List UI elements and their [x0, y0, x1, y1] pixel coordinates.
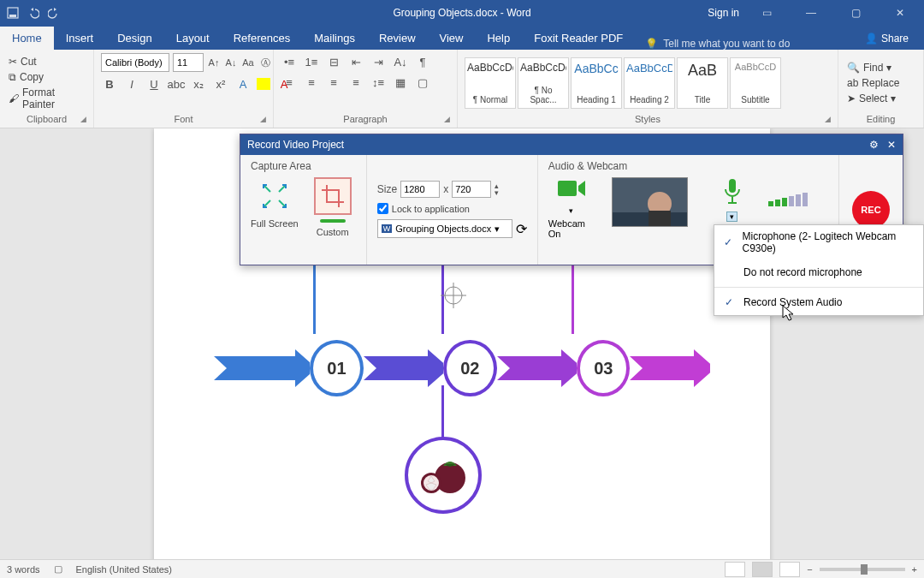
- share-button[interactable]: 👤 Share: [858, 27, 915, 50]
- grow-font-icon[interactable]: A↑: [207, 54, 221, 71]
- increase-indent-icon[interactable]: ⇥: [370, 53, 387, 70]
- find-button[interactable]: 🔍Find▾: [845, 61, 901, 74]
- spinner-icon[interactable]: ▴▾: [495, 182, 499, 196]
- close-icon[interactable]: ✕: [883, 0, 917, 26]
- borders-icon[interactable]: ▢: [414, 74, 431, 91]
- tab-review[interactable]: Review: [367, 27, 428, 50]
- tell-me-search[interactable]: 💡 Tell me what you want to do: [645, 38, 790, 50]
- zoom-slider[interactable]: [820, 568, 905, 571]
- font-launcher-icon[interactable]: ◢: [260, 115, 270, 125]
- maximize-icon[interactable]: ▢: [838, 0, 873, 26]
- sort-icon[interactable]: A↓: [392, 53, 409, 70]
- tab-help[interactable]: Help: [475, 27, 522, 50]
- app-select[interactable]: W Grouping Objects.docx ▾: [377, 219, 512, 238]
- cut-button[interactable]: ✂Cut: [7, 55, 86, 69]
- zoom-thumb[interactable]: [861, 564, 868, 575]
- tab-references[interactable]: References: [222, 27, 302, 50]
- redo-icon[interactable]: [48, 7, 60, 19]
- step-1: 01: [310, 340, 363, 396]
- numbering-icon[interactable]: 1≡: [303, 53, 320, 70]
- show-marks-icon[interactable]: ¶: [414, 53, 431, 70]
- spellcheck-icon[interactable]: ▢: [54, 563, 62, 575]
- align-center-icon[interactable]: ≡: [303, 74, 320, 91]
- clipboard-launcher-icon[interactable]: ◢: [80, 115, 91, 125]
- image-circle[interactable]: [405, 437, 482, 514]
- ribbon-options-icon[interactable]: ▭: [749, 0, 784, 26]
- custom-button[interactable]: Custom: [314, 177, 352, 237]
- web-layout-icon[interactable]: [779, 562, 800, 577]
- styles-launcher-icon[interactable]: ◢: [825, 115, 835, 125]
- justify-icon[interactable]: ≡: [347, 74, 364, 91]
- style-title[interactable]: AaBTitle: [677, 57, 728, 109]
- zoom-out-icon[interactable]: −: [807, 564, 812, 575]
- width-input[interactable]: [400, 181, 440, 198]
- minimize-icon[interactable]: —: [794, 0, 828, 26]
- italic-icon[interactable]: I: [123, 75, 140, 92]
- format-painter-button[interactable]: 🖌Format Painter: [7, 86, 86, 111]
- style-nospacing[interactable]: AaBbCcDc¶ No Spac...: [518, 57, 569, 109]
- superscript-icon[interactable]: x²: [212, 75, 229, 92]
- svg-rect-12: [558, 181, 577, 196]
- mic-option[interactable]: ✓ Microphone (2- Logitech Webcam C930e): [714, 225, 923, 259]
- subscript-icon[interactable]: x₂: [190, 75, 207, 92]
- line-spacing-icon[interactable]: ↕≡: [370, 74, 387, 91]
- close-icon[interactable]: ✕: [887, 139, 896, 151]
- record-button[interactable]: REC: [852, 191, 890, 229]
- microphone-icon[interactable]: [722, 177, 743, 208]
- undo-icon[interactable]: [27, 7, 39, 19]
- text-effects-icon[interactable]: A: [234, 75, 252, 92]
- webcam-icon[interactable]: [556, 177, 587, 203]
- bold-icon[interactable]: B: [101, 75, 118, 92]
- save-icon[interactable]: [7, 7, 19, 19]
- shrink-font-icon[interactable]: A↓: [224, 54, 238, 71]
- print-layout-icon[interactable]: [752, 562, 773, 577]
- word-count[interactable]: 3 words: [7, 564, 40, 575]
- tab-mailings[interactable]: Mailings: [302, 27, 367, 50]
- dialog-titlebar[interactable]: Record Video Project ⚙ ✕: [240, 134, 903, 155]
- tab-home[interactable]: Home: [0, 27, 54, 50]
- style-heading1[interactable]: AaBbCcHeading 1: [571, 57, 622, 109]
- style-subtitle[interactable]: AaBbCcDSubtitle: [730, 57, 781, 109]
- nomic-option[interactable]: Do not record microphone: [714, 259, 923, 285]
- highlight-icon[interactable]: [257, 78, 270, 90]
- tab-view[interactable]: View: [428, 27, 476, 50]
- lock-checkbox-input[interactable]: [377, 203, 388, 214]
- fullscreen-button[interactable]: Full Screen: [251, 177, 299, 229]
- align-right-icon[interactable]: ≡: [325, 74, 342, 91]
- copy-button[interactable]: ⧉Copy: [7, 70, 86, 84]
- paragraph-launcher-icon[interactable]: ◢: [444, 115, 454, 125]
- system-audio-option[interactable]: ✓ Record System Audio: [714, 289, 923, 315]
- refresh-icon[interactable]: ⟳: [516, 221, 527, 237]
- read-mode-icon[interactable]: [725, 562, 745, 577]
- tab-design[interactable]: Design: [105, 27, 163, 50]
- chevron-down-icon[interactable]: ▾: [569, 206, 573, 215]
- svg-marker-5: [214, 349, 310, 387]
- style-normal[interactable]: AaBbCcDc¶ Normal: [465, 57, 516, 109]
- align-left-icon[interactable]: ≡: [281, 74, 298, 91]
- shading-icon[interactable]: ▦: [392, 74, 409, 91]
- height-input[interactable]: [452, 181, 491, 198]
- change-case-icon[interactable]: Aa: [241, 54, 255, 71]
- style-heading2[interactable]: AaBbCcDHeading 2: [624, 57, 675, 109]
- zoom-in-icon[interactable]: +: [912, 564, 917, 575]
- clear-format-icon[interactable]: Ⓐ: [258, 54, 272, 71]
- decrease-indent-icon[interactable]: ⇤: [347, 53, 364, 70]
- bullets-icon[interactable]: •≡: [281, 53, 298, 70]
- language-status[interactable]: English (United States): [76, 564, 173, 575]
- font-name-input[interactable]: [101, 53, 169, 72]
- process-smartart[interactable]: 01 02 03: [214, 334, 710, 402]
- replace-button[interactable]: abReplace: [845, 76, 901, 90]
- tab-foxit[interactable]: Foxit Reader PDF: [522, 27, 635, 50]
- tab-insert[interactable]: Insert: [54, 27, 106, 50]
- multilevel-icon[interactable]: ⊟: [325, 53, 342, 70]
- gear-icon[interactable]: ⚙: [869, 139, 879, 151]
- signin-link[interactable]: Sign in: [708, 7, 739, 19]
- select-button[interactable]: ➤Select▾: [845, 92, 901, 105]
- strike-icon[interactable]: abc: [168, 75, 185, 92]
- tab-layout[interactable]: Layout: [164, 27, 222, 50]
- underline-icon[interactable]: U: [145, 75, 163, 92]
- font-size-input[interactable]: [173, 53, 204, 72]
- chevron-down-icon[interactable]: ▾: [726, 212, 737, 222]
- styles-gallery[interactable]: AaBbCcDc¶ Normal AaBbCcDc¶ No Spac... Aa…: [465, 57, 781, 109]
- lock-checkbox[interactable]: Lock to application: [377, 203, 527, 214]
